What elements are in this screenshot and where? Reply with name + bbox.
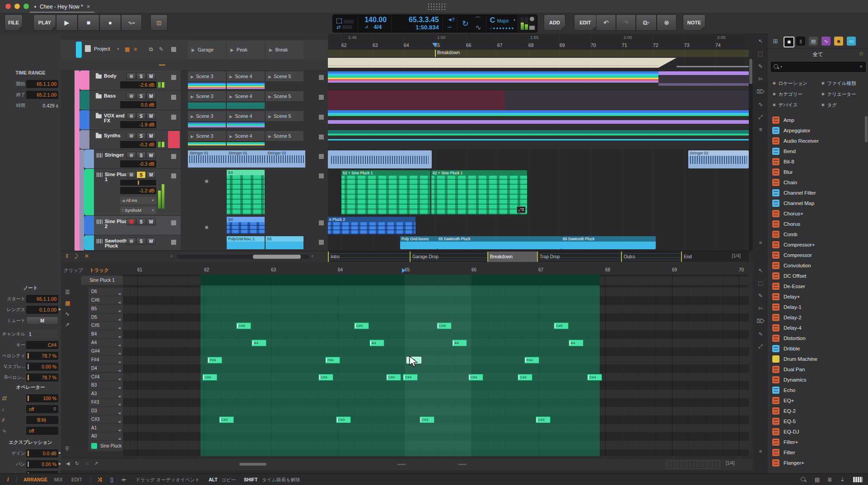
arranger-clip[interactable] [328, 150, 432, 168]
inspector-field[interactable]: 100 % [26, 394, 58, 402]
position-section[interactable]: 65.3.3.45 1:50.834 [392, 15, 443, 32]
solo-button[interactable]: S [136, 152, 146, 159]
launcher-hscrollbar[interactable] [177, 255, 309, 259]
midi-note-cs4[interactable]: C#4 [202, 374, 217, 381]
solo-button[interactable]: S [136, 218, 146, 225]
midi-note-cs5[interactable]: C#5 [236, 322, 251, 329]
device-item-delay-4[interactable]: Delay-4 [772, 322, 865, 333]
return-to-arrangement-icon[interactable]: ⤸ [75, 253, 78, 259]
launcher-scene-clip[interactable]: ▶Scene 4 [227, 111, 265, 121]
device-item-amp[interactable]: Amp [772, 115, 865, 125]
pencil-tool-icon[interactable]: ✎ [755, 63, 766, 70]
overview-section[interactable]: Breakdown [487, 252, 537, 262]
midi-note-a4[interactable]: A4 [569, 340, 583, 346]
stop-all-clips-button[interactable] [171, 47, 176, 52]
loop-icon[interactable]: ↻ [462, 19, 468, 28]
device-item-chain[interactable]: Chain [772, 177, 865, 187]
mode-edit[interactable]: EDIT [71, 474, 82, 485]
mute-button[interactable]: M [146, 112, 156, 120]
tab-close-icon[interactable]: × [87, 4, 90, 10]
device-item-eq-2[interactable]: EQ-2 [772, 406, 865, 416]
launcher-clip-strips[interactable] [227, 83, 265, 89]
pointer-tool-icon[interactable]: ↖ [755, 38, 766, 44]
midi-note-cs4[interactable]: C#4 [587, 374, 602, 381]
file-io-icon[interactable]: ▤ [815, 474, 820, 485]
launcher-midi-clip[interactable]: PolyGrid-bou..1 [227, 236, 265, 249]
launcher-scene-clip[interactable]: ▶Scene 4 [227, 91, 265, 101]
project-selector[interactable]: Project [94, 46, 110, 51]
knife-tool-icon[interactable]: ✄ [755, 76, 766, 82]
record-arm-button[interactable] [126, 132, 136, 140]
piano-key-fs3[interactable]: F#3◀ [89, 398, 123, 407]
device-item-distortion[interactable]: Distortion [772, 333, 865, 343]
launcher-audio-clip[interactable]: Stringer 01 [227, 150, 266, 168]
browser-filter-1[interactable]: ✳ファイル種類 [821, 80, 856, 87]
launcher-scene-clip[interactable]: ▶Scene 5 [266, 111, 303, 121]
arranger-clip[interactable]: Stringer 02 [688, 150, 749, 168]
input-select[interactable]: ◀ All ins ▼ [120, 197, 156, 204]
play-column-icon[interactable]: ▶ [269, 41, 273, 59]
device-item-chorus[interactable]: Chorus [772, 219, 865, 229]
device-item-flanger-[interactable]: Flanger+ [772, 457, 865, 468]
launcher-overdub-button[interactable]: ◫ [150, 14, 168, 31]
piano-key-cs3[interactable]: C#3◀ [89, 415, 123, 424]
add-track-button[interactable]: ADD [544, 14, 565, 31]
export-icon[interactable]: ≣ [827, 474, 832, 485]
play-menu-button[interactable]: PLAY [33, 14, 56, 31]
piano-key-fs4[interactable]: F#4◀ [89, 356, 123, 364]
inspector-field[interactable]: 1 [26, 330, 58, 338]
preroll-icon[interactable]: ◄‼ [448, 17, 455, 22]
arranger-follow-icon[interactable]: ⤙ [448, 24, 452, 30]
punch-section[interactable]: ⇄ [333, 15, 358, 32]
window-close-traffic-light[interactable] [5, 4, 11, 9]
device-item-dc-offset[interactable]: DC Offset [772, 270, 865, 281]
scene-column-header[interactable]: ▶Break [266, 41, 303, 59]
note-lanes-icon[interactable]: ☰ [65, 289, 70, 295]
arranger-stop-button[interactable] [319, 75, 324, 80]
duplicate-button[interactable]: ⧉+ [636, 14, 657, 31]
device-item-delay-2[interactable]: Delay-2 [772, 312, 865, 322]
scene-column-header[interactable]: ▶Garage [188, 41, 226, 59]
record-arm-button[interactable] [126, 93, 136, 100]
snap-menu-icon[interactable]: ≡ [755, 126, 766, 133]
device-item-eq-5[interactable]: EQ-5 [772, 416, 865, 426]
time-select-tool-icon[interactable]: ⬚ [755, 280, 766, 286]
arranger-clip[interactable]: 62 + Sine Pluck 1 [341, 170, 430, 215]
solo-button[interactable]: S [136, 171, 146, 178]
project-folder-icon[interactable] [529, 26, 535, 30]
inspector-field[interactable]: 65.1.1.00 [26, 80, 58, 88]
midi-note-cs3[interactable]: C#3 [336, 416, 351, 423]
mode-mix[interactable]: MIX [54, 474, 63, 485]
inspector-field[interactable]: 78.7 % [26, 373, 58, 382]
tempo-section[interactable]: 140.00 ⊿ 4/4 [358, 15, 392, 32]
device-item-filter[interactable]: Filter [772, 447, 865, 457]
device-item-channel-map[interactable]: Channel Map [772, 198, 865, 208]
piano-key-cs5[interactable]: C#5◀ [89, 322, 123, 330]
eraser-tool-icon[interactable]: ⌦ [755, 318, 766, 324]
device-item-chorus-[interactable]: Chorus+ [772, 208, 865, 219]
clip-stop-button[interactable] [171, 154, 176, 159]
inspector-field[interactable]: 0.00 % [26, 363, 58, 371]
mute-button[interactable]: M [146, 132, 156, 140]
editor-loop-icon[interactable]: ↻ [75, 461, 79, 466]
arranger-stop-button[interactable] [319, 115, 324, 120]
master-record-icon[interactable] [530, 17, 534, 21]
device-item-dual-pan[interactable]: Dual Pan [772, 364, 865, 374]
device-item-compressor-[interactable]: Compressor+ [772, 239, 865, 250]
track-volume-field[interactable]: -0.3 dB [120, 160, 156, 168]
launcher-midi-clip[interactable]: S4 [227, 170, 265, 215]
solo-button[interactable]: S [136, 112, 146, 120]
editor-grid-icon[interactable]: ⁙ [85, 461, 89, 466]
grid-view-icon[interactable]: ▦ [125, 46, 130, 52]
arranger-clip[interactable]: e Pluck 2 [328, 217, 415, 234]
inspector-field[interactable]: 0.1.0.00 [26, 306, 58, 314]
arranger-clip[interactable]: 65 Sawtooth Pluck [437, 236, 561, 249]
clip-region-header[interactable] [201, 275, 600, 285]
select-mode-icon[interactable]: ⧉ [149, 46, 153, 52]
clip-stop-button[interactable] [171, 220, 176, 225]
launcher-clip-strips[interactable] [227, 142, 265, 149]
piano-key-a0[interactable]: A0◀ [89, 432, 123, 441]
midi-note-cs3[interactable]: C#3 [420, 416, 434, 423]
launcher-stop-dot[interactable] [205, 180, 208, 183]
crossfade-icon[interactable]: ∿ [475, 23, 481, 32]
